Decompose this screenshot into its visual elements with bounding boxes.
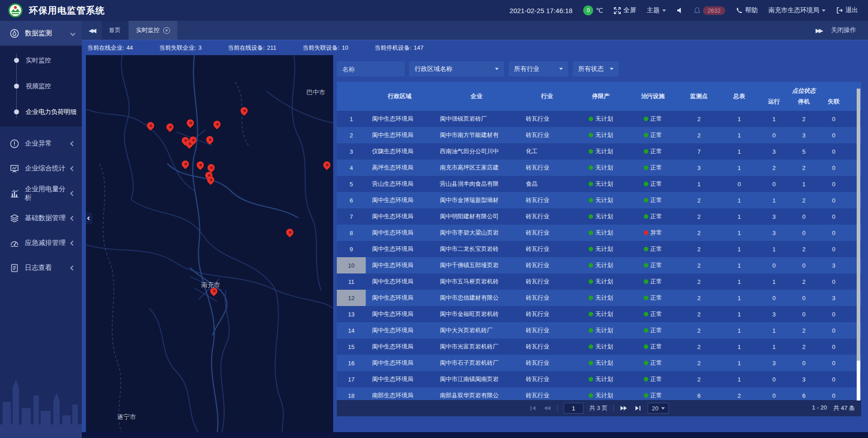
main-content: 当前在线企业:44 当前失联企业:3 当前在线设备:211 当前失联设备:10 … [82, 40, 868, 432]
cell-run-count: 3 [759, 355, 789, 371]
table-row[interactable]: 7阆中生态环境局阆中明阳建材有限公司砖瓦行业无计划正常21300 [337, 208, 861, 225]
cell-company: 阆中市金博瑞新型墙材 [434, 192, 519, 208]
table-scrollbar[interactable] [857, 89, 860, 400]
next-page-button[interactable] [620, 405, 628, 411]
sidebar-item-company-statistics[interactable]: 企业综合统计 [0, 156, 82, 181]
cell-meter-count: 1 [719, 355, 759, 371]
row-index: 2 [337, 127, 366, 143]
name-search-input-box[interactable] [337, 61, 405, 76]
status-select[interactable]: 所有状态 [573, 61, 619, 76]
cell-meter-count: 1 [719, 225, 759, 241]
tab-home[interactable]: 首页 [102, 21, 128, 40]
cell-production-status: 无计划 [575, 192, 627, 208]
fullscreen-button[interactable]: 全屏 [614, 6, 636, 14]
row-index: 12 [337, 290, 366, 306]
tabs-scroll-left-button[interactable]: ◀◀ [82, 21, 102, 40]
cell-pollution-status: 正常 [627, 371, 679, 387]
table-row[interactable]: 4高坪生态环境局南充市高坪区王家店建砖瓦行业无计划正常31220 [337, 160, 861, 176]
status-dot [644, 247, 648, 251]
table-row[interactable]: 8阆中生态环境局阆中市枣碧大梁山页岩砖瓦行业无计划异常21300 [337, 225, 861, 241]
cell-industry: 化工 [519, 143, 575, 160]
table-row[interactable]: 18南部生态环境局南部县双华页岩有限公砖瓦行业无计划正常62060 [337, 387, 861, 400]
map-panel[interactable]: 巴中市南充市遂宁市 [86, 55, 333, 432]
last-page-button[interactable] [634, 405, 642, 411]
status-dot [589, 182, 593, 186]
first-page-button[interactable] [529, 405, 538, 411]
table-row[interactable]: 2阆中生态环境局阆中市南方节能建材有砖瓦行业无计划正常21030 [337, 127, 861, 143]
sidebar-subitem-video-monitor[interactable]: 视频监控 [0, 73, 82, 99]
cell-region: 阆中生态环境局 [366, 371, 434, 387]
cell-region: 阆中生态环境局 [366, 322, 434, 339]
status-dot [589, 117, 593, 121]
name-search-input[interactable] [342, 66, 399, 73]
page-size-select[interactable]: 20 [648, 403, 669, 414]
chevron-down-icon [661, 407, 665, 410]
notification-bell[interactable]: 2632 [694, 6, 725, 15]
status-dot [589, 393, 593, 398]
table-row[interactable]: 6阆中生态环境局阆中市金博瑞新型墙材砖瓦行业无计划正常21120 [337, 192, 861, 208]
chevron-left-icon [70, 166, 75, 171]
cell-region: 高坪生态环境局 [366, 160, 434, 176]
sidebar-item-company-abnormal[interactable]: 企业异常 [0, 131, 82, 156]
cell-monitor-count: 2 [679, 355, 719, 371]
table-row[interactable]: 10阆中生态环境局阆中千佛镇五郎垭页岩砖瓦行业无计划正常21003 [337, 257, 861, 273]
tab-close-icon[interactable]: × [163, 27, 170, 34]
cell-run-count: 0 [759, 127, 789, 143]
table-row[interactable]: 11阆中生态环境局阆中市五马桥页岩机砖砖瓦行业无计划正常21120 [337, 273, 861, 290]
tab-realtime-monitor[interactable]: 实时监控 × [129, 21, 177, 40]
cell-region: 阆中生态环境局 [366, 192, 434, 208]
table-row[interactable]: 1阆中生态环境局阆中强锐页岩砖厂砖瓦行业无计划正常21120 [337, 111, 861, 127]
app-title: 环保用电监管系统 [29, 5, 105, 17]
sound-mute-button[interactable] [677, 7, 683, 14]
chevron-left-icon [70, 141, 75, 146]
status-dot [644, 328, 648, 333]
sidebar-item-log-view[interactable]: 日志查看 [0, 255, 82, 280]
tabs-scroll-right-button[interactable]: ▶▶ [816, 27, 822, 34]
status-dot [644, 149, 648, 154]
table-row[interactable]: 16阆中生态环境局阆中市石子页岩机砖厂砖瓦行业无计划正常21300 [337, 355, 861, 371]
filter-bar: 行政区域名称 所有行业 所有状态 [337, 61, 861, 76]
sidebar-subitem-power-load-detail[interactable]: 企业电力负荷明细 [0, 99, 82, 125]
table-row[interactable]: 12阆中生态环境局阆中市忠信建材有限公砖瓦行业无计划正常21003 [337, 290, 861, 306]
cell-pollution-status: 正常 [627, 339, 679, 355]
sidebar-navigation: 数据监测 实时监控 视频监控 企业电力负荷明细 企业异常 企业综合统计 [0, 21, 82, 438]
cell-company: 阆中千佛镇五郎垭页岩 [434, 257, 519, 273]
cell-production-status: 无计划 [575, 111, 627, 127]
cell-pollution-status: 正常 [627, 322, 679, 339]
prev-page-button[interactable] [543, 405, 552, 411]
page-number-input[interactable] [564, 403, 584, 414]
cell-offline-count: 0 [819, 111, 849, 127]
table-row[interactable]: 5营山生态环境局营山县润丰肉食品有限食品无计划正常10010 [337, 176, 861, 192]
col-production: 停限产 [575, 82, 627, 111]
cell-stop-count: 2 [789, 160, 819, 176]
table-row[interactable]: 14阆中生态环境局阆中大兴页岩机砖厂砖瓦行业无计划正常21120 [337, 322, 861, 339]
theme-dropdown[interactable]: 主题 [647, 6, 666, 14]
sidebar-item-data-monitoring[interactable]: 数据监测 [0, 21, 82, 46]
table-row[interactable]: 3仪陇生态环境局西南油气田分公司川中化工无计划正常71350 [337, 143, 861, 160]
table-row[interactable]: 13阆中生态环境局阆中市金福旺页岩机砖砖瓦行业无计划正常21300 [337, 306, 861, 322]
sidebar-collapse-toggle[interactable] [86, 212, 93, 224]
cell-region: 阆中生态环境局 [366, 355, 434, 371]
map-city-labels: 巴中市南充市遂宁市 [86, 55, 333, 432]
cell-run-count: 3 [759, 208, 789, 225]
sidebar-item-base-data[interactable]: 基础数据管理 [0, 206, 82, 231]
cell-stop-count: 0 [789, 257, 819, 273]
table-row[interactable]: 15阆中生态环境局阆中市光富页岩机砖厂砖瓦行业无计划正常21120 [337, 339, 861, 355]
chevron-down-icon [70, 31, 75, 36]
cell-meter-count: 1 [719, 371, 759, 387]
sidebar-subitem-realtime-monitor[interactable]: 实时监控 [0, 47, 82, 73]
sidebar-item-emergency-reduction[interactable]: 应急减排管理 [0, 231, 82, 255]
logout-button[interactable]: 退出 [836, 6, 858, 14]
org-dropdown[interactable]: 南充市生态环境局 [769, 6, 826, 14]
region-select[interactable]: 行政区域名称 [409, 61, 504, 76]
cell-offline-count: 0 [819, 241, 849, 257]
help-button[interactable]: 帮助 [736, 6, 758, 14]
cell-production-status: 无计划 [575, 257, 627, 273]
table-row[interactable]: 9阆中生态环境局阆中市二龙长宝页岩砖砖瓦行业无计划正常21120 [337, 241, 861, 257]
sidebar-item-power-analysis[interactable]: 企业用电量分析 [0, 181, 82, 206]
industry-select[interactable]: 所有行业 [509, 61, 568, 76]
table-row[interactable]: 17阆中生态环境局阆中市江南镇阆南页岩砖瓦行业无计划正常21030 [337, 371, 861, 387]
cell-meter-count: 1 [719, 241, 759, 257]
close-operations-dropdown[interactable]: 关闭操作 [831, 26, 856, 34]
cell-offline-count: 3 [819, 257, 849, 273]
